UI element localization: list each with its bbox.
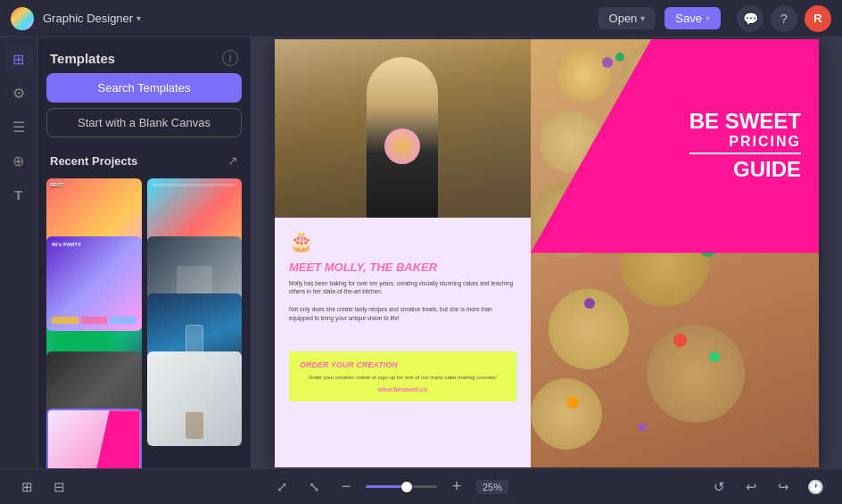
topbar: Graphic Designer ▾ Open ▾ Save ▾ 💬 ? R (0, 0, 842, 37)
title-be-sweet: BE SWEET (689, 110, 801, 133)
search-templates-button[interactable]: Search Templates (46, 73, 242, 103)
aspect-ratio-button[interactable]: ⤡ (301, 475, 326, 500)
canvas-area[interactable]: 🎂 MEET MOLLY, THE BAKER Molly has been b… (252, 37, 842, 468)
bottom-toolbar: ⊞ ⊟ ⤢ ⤡ − + 25% ↺ ↩ ↪ 🕐 (0, 468, 842, 504)
order-body: Order your creation online or sign up fo… (300, 374, 506, 382)
undo-button[interactable]: ↩ (739, 475, 764, 500)
recent-project-9[interactable] (46, 409, 142, 468)
design-body-1: Molly has been baking for over ten years… (289, 279, 516, 297)
title-guide: GUIDE (689, 157, 801, 182)
toolbar-right: ↺ ↩ ↪ 🕐 (706, 475, 828, 500)
app-title-button[interactable]: Graphic Designer ▾ (43, 12, 141, 25)
blank-canvas-button[interactable]: Start with a Blank Canvas (46, 108, 242, 137)
order-url: www.besweet.co (300, 386, 506, 392)
toolbar-center: ⤢ ⤡ − + 25% (269, 475, 508, 500)
design-body-2: Not only does she create tasty recipes a… (289, 305, 516, 323)
help-button[interactable]: ? (771, 5, 797, 32)
topbar-icons: 💬 ? R (737, 5, 831, 32)
zoom-in-button[interactable]: + (444, 475, 469, 500)
zoom-value: 25% (476, 480, 508, 494)
toolbar-left: ⊞ ⊟ (14, 475, 71, 500)
comment-button[interactable]: 💬 (737, 5, 764, 32)
recent-project-3[interactable]: 90's PARTY (46, 236, 142, 332)
order-title: ORDER YOUR CREATION (300, 360, 506, 369)
app-title-text: Graphic Designer (43, 12, 133, 25)
sidebar-item-text[interactable]: T (4, 180, 33, 209)
fit-screen-button[interactable]: ⤢ (269, 475, 294, 500)
rotate-button[interactable]: ↺ (706, 475, 731, 500)
design-photo (275, 39, 531, 218)
save-button[interactable]: Save ▾ (665, 7, 721, 29)
sidebar-header: Templates i (37, 37, 251, 73)
sidebar: Templates i Search Templates Start with … (37, 37, 252, 468)
icon-rail: ⊞ ⚙ ☰ ⊕ T (0, 37, 37, 468)
design-left-content: 🎂 MEET MOLLY, THE BAKER Molly has been b… (275, 218, 531, 344)
thumbnails-grid: BEST 90's PARTY (37, 175, 251, 468)
zoom-slider-thumb[interactable] (401, 482, 412, 492)
sidebar-item-people[interactable]: ⊕ (4, 146, 33, 175)
grid-toggle-button[interactable]: ⊟ (46, 475, 71, 500)
sidebar-item-layers[interactable]: ☰ (4, 112, 33, 141)
canvas: 🎂 MEET MOLLY, THE BAKER Molly has been b… (275, 39, 819, 467)
zoom-slider-container[interactable] (366, 485, 437, 488)
sidebar-title: Templates (50, 51, 115, 66)
recent-projects-title: Recent Projects (50, 154, 137, 168)
app-logo (11, 7, 34, 30)
avatar[interactable]: R (805, 5, 831, 32)
redo-button[interactable]: ↪ (771, 475, 796, 500)
cake-icon: 🎂 (289, 230, 516, 253)
sidebar-item-filters[interactable]: ⚙ (4, 78, 33, 107)
design-right-panel: BE SWEET PRICING GUIDE (531, 39, 819, 467)
design-content: 🎂 MEET MOLLY, THE BAKER Molly has been b… (275, 39, 819, 467)
title-pricing: PRICING (689, 134, 801, 154)
open-button[interactable]: Open ▾ (598, 7, 656, 29)
zoom-out-button[interactable]: − (334, 475, 359, 500)
sidebar-buttons: Search Templates Start with a Blank Canv… (37, 73, 251, 146)
layers-toggle-button[interactable]: ⊞ (14, 475, 39, 500)
design-left-panel: 🎂 MEET MOLLY, THE BAKER Molly has been b… (275, 39, 531, 467)
recent-project-8[interactable] (147, 351, 243, 447)
sidebar-item-templates[interactable]: ⊞ (4, 45, 33, 73)
zoom-slider[interactable] (366, 485, 437, 488)
order-box: ORDER YOUR CREATION Order your creation … (289, 351, 516, 401)
export-icon[interactable]: ↗ (227, 153, 238, 168)
recent-header: Recent Projects ↗ (37, 146, 251, 175)
meet-molly-label: MEET MOLLY, THE BAKER (289, 260, 516, 274)
main-area: ⊞ ⚙ ☰ ⊕ T Templates i Search Templates S… (0, 37, 842, 468)
info-icon[interactable]: i (222, 50, 238, 66)
title-chevron: ▾ (136, 13, 141, 23)
history-button[interactable]: 🕐 (803, 475, 828, 500)
